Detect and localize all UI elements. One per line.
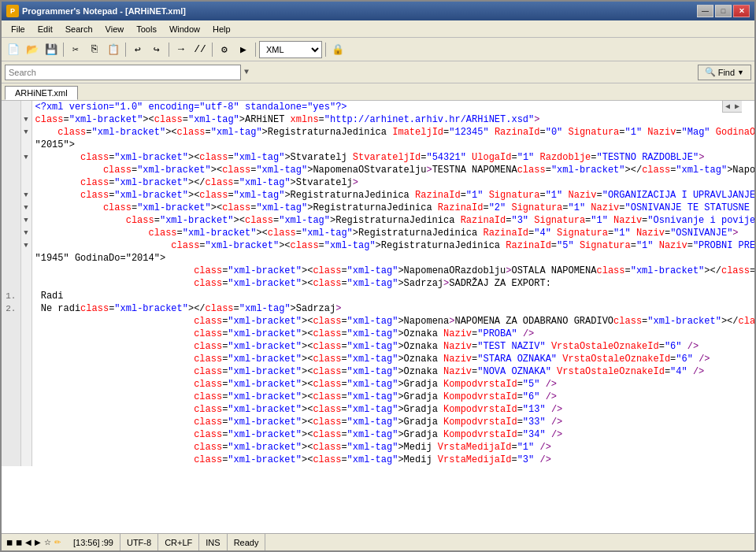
code-content[interactable]: class="xml-bracket"><class="xml-tag">Nap… [32, 315, 754, 328]
fold-indicator[interactable]: ▼ [20, 202, 32, 214]
code-content[interactable]: class="xml-bracket"><class="xml-tag">Ozn… [32, 340, 754, 353]
menu-item-view[interactable]: View [99, 23, 131, 35]
app-icon: P [6, 5, 19, 17]
maximize-button[interactable]: □ [715, 5, 732, 17]
line-number [2, 428, 20, 441]
line-number [2, 340, 20, 353]
minimize-button[interactable]: — [697, 5, 713, 17]
fold-indicator[interactable]: ▼ [20, 239, 32, 252]
menu-item-help[interactable]: Help [206, 23, 237, 35]
line-number [2, 227, 20, 239]
editor-content[interactable]: <?xml version="1.0" encoding="utf-8" sta… [2, 101, 754, 533]
open-tag-button[interactable]: 🔒 [329, 41, 346, 58]
tab-arhinetxml[interactable]: ARHiNET.xml [5, 86, 78, 100]
fold-indicator [20, 353, 32, 365]
code-content[interactable]: class="xml-bracket"><class="xml-tag">Med… [32, 454, 754, 466]
fold-indicator [20, 101, 32, 113]
fold-indicator [20, 164, 32, 176]
fold-indicator [20, 340, 32, 353]
code-content[interactable]: class="xml-bracket"><class="xml-tag">Ozn… [32, 353, 754, 365]
fold-indicator [20, 454, 32, 466]
fold-indicator[interactable]: ▼ [20, 189, 32, 202]
code-content[interactable]: class="xml-bracket"><class="xml-tag">Reg… [32, 126, 754, 139]
menu-item-window[interactable]: Window [163, 23, 206, 35]
menu-bar: FileEditSearchViewToolsWindowHelp [2, 20, 754, 38]
code-content[interactable]: class="xml-bracket"><class="xml-tag">Nap… [32, 265, 754, 277]
code-content[interactable]: class="xml-bracket"><class="xml-tag">Stv… [32, 151, 754, 164]
line-number [2, 265, 20, 277]
code-content[interactable]: class="xml-bracket"><class="xml-tag">Gra… [32, 403, 754, 416]
toolbar-separator-2 [125, 43, 126, 57]
code-content[interactable]: class="xml-bracket"><class="xml-tag">Gra… [32, 378, 754, 391]
code-content[interactable]: Radi [32, 290, 754, 302]
code-content[interactable]: class="xml-bracket"><class="xml-tag">Gra… [32, 428, 754, 441]
toolbar-separator-3 [169, 43, 169, 57]
code-content[interactable]: class="xml-bracket"><class="xml-tag">Reg… [32, 214, 754, 227]
comment-button[interactable]: // [191, 41, 209, 58]
table-row: ▼ class="xml-bracket"><class="xml-tag">R… [2, 202, 754, 214]
line-number [2, 239, 20, 252]
status-icon-6: ✏ [54, 538, 61, 546]
fold-indicator [20, 315, 32, 328]
status-icon-2: ◼ [16, 538, 22, 546]
paste-button[interactable]: 📋 [105, 41, 122, 58]
code-content[interactable]: class="xml-bracket"><class="xml-tag">Med… [32, 441, 754, 454]
code-content[interactable]: "1945" GodinaDo="2014"> [32, 252, 754, 265]
code-content[interactable]: <?xml version="1.0" encoding="utf-8" sta… [32, 101, 754, 113]
line-number [2, 454, 20, 466]
find-button[interactable]: 🔍 Find ▼ [698, 65, 751, 80]
save-button[interactable]: 💾 [43, 41, 60, 58]
line-number: 1. [2, 290, 20, 302]
code-content[interactable]: class="xml-bracket"><class="xml-tag">Reg… [32, 227, 754, 239]
fold-indicator[interactable]: ▼ [20, 113, 32, 126]
fold-indicator[interactable]: ▼ [20, 214, 32, 227]
indent-button[interactable]: → [172, 41, 190, 58]
next-arrow[interactable]: ▶ [732, 101, 742, 112]
line-number [2, 214, 20, 227]
code-content[interactable]: class="xml-bracket"><class="xml-tag">Sad… [32, 277, 754, 290]
menu-item-search[interactable]: Search [59, 23, 99, 35]
fold-indicator[interactable]: ▼ [20, 227, 32, 239]
search-input[interactable] [5, 65, 241, 80]
code-content[interactable]: class="xml-bracket"><class="xml-tag">Reg… [32, 202, 754, 214]
code-content[interactable]: Ne radiclass="xml-bracket"></class="xml-… [32, 302, 754, 315]
redo-button[interactable]: ↪ [148, 41, 165, 58]
code-content[interactable]: "2015"> [32, 139, 754, 151]
copy-button[interactable]: ⎘ [86, 41, 103, 58]
code-content[interactable]: class="xml-bracket"><class="xml-tag">Reg… [32, 189, 754, 202]
menu-item-edit[interactable]: Edit [32, 23, 59, 35]
table-row: class="xml-bracket"><class="xml-tag">Ozn… [2, 340, 754, 353]
fold-indicator [20, 290, 32, 302]
fold-indicator[interactable]: ▼ [20, 151, 32, 164]
code-content[interactable]: class="xml-bracket"></class="xml-tag">St… [32, 176, 754, 189]
table-row: class="xml-bracket"><class="xml-tag">Gra… [2, 416, 754, 428]
cut-button[interactable]: ✂ [67, 41, 84, 58]
line-number [2, 101, 20, 113]
code-content[interactable]: class="xml-bracket"><class="xml-tag">Ozn… [32, 365, 754, 378]
code-content[interactable]: class="xml-bracket"><class="xml-tag">Ozn… [32, 328, 754, 340]
fold-indicator [20, 378, 32, 391]
code-content[interactable]: class="xml-bracket"><class="xml-tag">Gra… [32, 416, 754, 428]
main-window: P Programmer's Notepad - [ARHiNET.xml] —… [0, 0, 756, 552]
menu-item-file[interactable]: File [5, 23, 32, 35]
tab-bar: ARHiNET.xml [2, 83, 754, 101]
table-row: ▼ class="xml-bracket"><class="xml-tag">R… [2, 214, 754, 227]
nav-arrows: ◀ ▶ [722, 101, 742, 113]
new-button[interactable]: 📄 [5, 41, 22, 58]
open-button[interactable]: 📂 [24, 41, 41, 58]
code-content[interactable]: class="xml-bracket"><class="xml-tag">Reg… [32, 239, 754, 252]
language-dropdown[interactable]: XML [259, 41, 322, 58]
code-content[interactable]: class="xml-bracket"><class="xml-tag">Gra… [32, 391, 754, 403]
code-content[interactable]: class="xml-bracket"><class="xml-tag">Nap… [32, 164, 754, 176]
menu-item-tools[interactable]: Tools [130, 23, 163, 35]
close-button[interactable]: ✕ [733, 5, 750, 17]
run-button[interactable]: ▶ [235, 41, 252, 58]
compile-button[interactable]: ⚙ [216, 41, 233, 58]
code-content[interactable]: class="xml-bracket"><class="xml-tag">ARH… [32, 113, 754, 126]
line-number [2, 164, 20, 176]
undo-button[interactable]: ↩ [129, 41, 146, 58]
fold-indicator[interactable]: ▼ [20, 126, 32, 139]
fold-indicator [20, 365, 32, 378]
prev-arrow[interactable]: ◀ [723, 101, 732, 112]
status-mode: INS [199, 534, 227, 550]
